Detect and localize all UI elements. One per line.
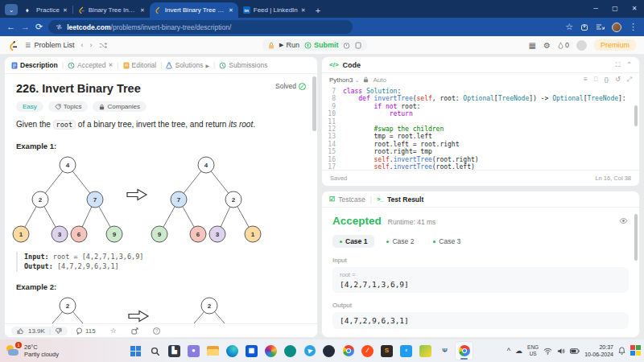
teal-app[interactable] (282, 342, 299, 360)
file-explorer[interactable] (204, 342, 221, 360)
input-box[interactable]: root = [4,2,7,1,3,6,9] (332, 267, 629, 293)
close-tab-icon[interactable]: ✕ (63, 7, 68, 14)
case-2-pill[interactable]: Case 2 (379, 235, 421, 248)
brave-browser[interactable]: ∕ (359, 342, 376, 360)
submit-button[interactable]: Submit (304, 41, 339, 49)
tab-practice[interactable]: ⬧ Practice ✕ (21, 2, 72, 18)
topics-pill[interactable]: Topics (48, 101, 89, 112)
tab-invert-binary-tree[interactable]: Invert Binary Tree - LeetCode ✕ (150, 2, 238, 18)
close-tab-icon[interactable]: ✕ (301, 7, 306, 14)
hidden-icons-chevron[interactable]: ^ (507, 347, 510, 355)
prev-problem-button[interactable]: ‹ (81, 41, 84, 49)
difficulty-badge[interactable]: Easy (16, 101, 43, 112)
close-tab-icon[interactable]: ✕ (229, 7, 233, 14)
braces-icon[interactable]: {} (605, 76, 609, 84)
tab-linkedin[interactable]: in Feed | LinkedIn ✕ (238, 2, 311, 18)
language-selector[interactable]: Python3 ⌄ (329, 76, 359, 84)
next-problem-button[interactable]: › (90, 41, 93, 49)
reading-list-icon[interactable] (596, 23, 605, 31)
tab-test-result[interactable]: >_ Test Result (377, 195, 423, 204)
browser-menu-icon[interactable]: ⋮ (629, 23, 638, 31)
dark-circle-app[interactable] (320, 342, 337, 360)
code-scrollbar[interactable] (634, 105, 638, 126)
tab-testcase[interactable]: ☑ Testcase (329, 195, 365, 204)
bookmark-star-icon[interactable]: ☆ (565, 23, 573, 31)
telegram-app[interactable] (301, 342, 318, 360)
debug-lock-icon[interactable] (268, 42, 275, 49)
start-button[interactable] (127, 342, 144, 360)
leetcode-avatar[interactable] (576, 40, 587, 51)
onedrive-cloud-icon[interactable]: ☁ (515, 347, 522, 355)
description-scrollbar[interactable] (312, 76, 316, 131)
reset-icon[interactable]: ↺ (615, 76, 621, 84)
back-button[interactable]: ← (6, 23, 15, 31)
fullscreen-icon[interactable]: ⤢ (627, 76, 632, 84)
image-thumbnail-app[interactable] (417, 342, 434, 360)
share-icon[interactable] (131, 327, 138, 335)
comments-group[interactable]: 115 (76, 327, 96, 335)
browser-profile-avatar[interactable] (612, 23, 621, 32)
streak-counter[interactable]: 0 (558, 41, 569, 49)
tab-inorder-traversal[interactable]: Binary Tree Inorder Traversal - L ✕ (73, 2, 150, 18)
new-tab-button[interactable]: + (316, 6, 320, 15)
bookmark-icon[interactable]: ⎕ (594, 76, 598, 84)
tab-description[interactable]: Description (11, 61, 58, 69)
apps-grid-icon[interactable]: ▦ (529, 41, 536, 50)
collapse-icon[interactable]: ⌃ (626, 61, 632, 69)
thumbs-up-icon[interactable] (17, 327, 24, 335)
refresh-button[interactable]: ⟳ (35, 23, 43, 31)
volume-icon[interactable] (557, 348, 565, 355)
help-icon[interactable]: ? (153, 327, 160, 335)
problem-list-button[interactable]: ≣ Problem List (25, 41, 75, 49)
case-1-pill[interactable]: Case 1 (332, 235, 374, 248)
expand-icon[interactable]: ⛶ (616, 61, 621, 69)
gear-icon[interactable]: ⚙ (543, 41, 551, 50)
search-button[interactable] (147, 342, 163, 360)
site-info-icon[interactable] (56, 23, 63, 31)
weather-widget[interactable]: 1 26°C Partly cloudy (0, 343, 59, 359)
minimize-button[interactable]: ─ (586, 0, 605, 18)
output-box[interactable]: [4,7,2,9,6,3,1] (332, 312, 629, 329)
maximize-button[interactable]: ▢ (605, 0, 625, 18)
task-view-app[interactable]: ▙ (166, 342, 183, 360)
code-editor[interactable]: 7class Solution:8 def invertTree(self, r… (322, 88, 636, 170)
case-3-pill[interactable]: Case 3 (426, 235, 468, 248)
leetcode-logo[interactable] (8, 40, 19, 51)
chrome-active[interactable] (456, 342, 473, 360)
premium-button[interactable]: Premium (594, 39, 636, 51)
clock[interactable]: 20:37 10-06-2024 (584, 343, 613, 358)
browser-essentials-icon[interactable] (580, 23, 588, 31)
notification-bell-icon[interactable] (618, 347, 625, 355)
vscode[interactable]: ‹ (398, 342, 415, 360)
close-tab-icon[interactable]: ✕ (140, 7, 145, 14)
edge-browser[interactable] (224, 342, 241, 360)
eye-icon[interactable] (619, 217, 628, 224)
chat-app[interactable]: ● (185, 342, 202, 360)
photos-app[interactable] (262, 342, 279, 360)
wifi-icon[interactable] (543, 348, 552, 355)
star-icon[interactable]: ☆ (110, 327, 117, 335)
tab-editorial[interactable]: Editorial (123, 61, 157, 69)
sublime-text[interactable]: S (378, 342, 395, 360)
tab-solutions[interactable]: Solutions ▶ (166, 61, 209, 69)
note-icon[interactable] (355, 42, 361, 49)
format-icon[interactable]: ≡ (584, 76, 588, 84)
test-scrollbar[interactable] (634, 214, 638, 261)
close-window-button[interactable]: ✕ (625, 0, 644, 18)
battery-icon[interactable] (570, 348, 580, 354)
tab-accepted[interactable]: Accepted ✕ (68, 61, 113, 69)
tab-search-button[interactable]: ⌄ (5, 4, 18, 15)
chrome-browser[interactable] (340, 342, 357, 360)
address-bar[interactable]: leetcode.com/problems/invert-binary-tree… (48, 20, 353, 34)
run-button[interactable]: ▶ Run (279, 41, 299, 49)
tab-submissions[interactable]: Submissions (219, 61, 267, 69)
language-indicator[interactable]: ENG US (527, 344, 539, 357)
microsoft-store[interactable]: ▦ (243, 342, 260, 360)
forward-button[interactable]: → (21, 23, 30, 31)
companies-pill[interactable]: Companies (93, 101, 146, 112)
timer-icon[interactable] (343, 42, 350, 49)
widgets-button[interactable] (630, 345, 642, 356)
close-tab-icon[interactable]: ✕ (108, 62, 113, 68)
thumbs-down-icon[interactable] (55, 327, 62, 335)
pgadmin[interactable]: Ψ (436, 342, 453, 360)
